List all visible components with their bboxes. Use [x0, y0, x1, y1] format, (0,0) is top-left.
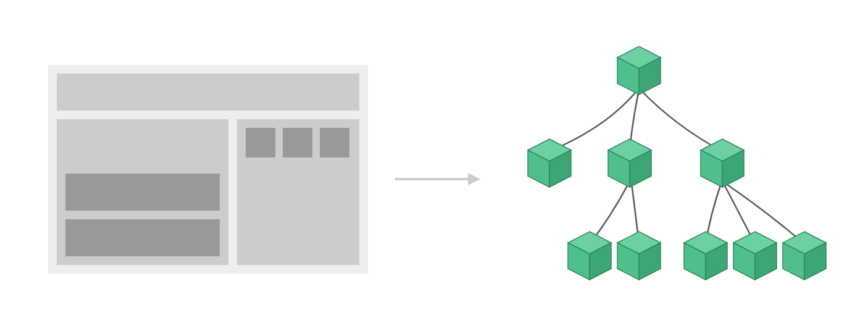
- wireframe-side-block: [246, 128, 275, 158]
- wireframe-main-block: [65, 219, 220, 256]
- tree-node: [684, 232, 727, 280]
- wireframe-side-panel: [237, 119, 359, 265]
- wireframe-main-block: [65, 174, 220, 211]
- tree-node: [528, 139, 571, 187]
- svg-marker-1: [468, 173, 480, 185]
- tree-node: [617, 232, 661, 280]
- wireframe-side-block: [320, 128, 349, 158]
- wireframe-header: [57, 74, 359, 111]
- wireframe-main-panel: [57, 119, 228, 265]
- tree-node: [568, 232, 611, 280]
- tree-node: [783, 232, 826, 280]
- tree-node: [608, 139, 651, 187]
- tree-node: [733, 232, 777, 280]
- arrow-right-icon: [395, 170, 482, 188]
- wireframe-layout: [48, 65, 368, 274]
- tree-node-root: [617, 46, 661, 94]
- tree-node: [701, 139, 744, 187]
- component-tree: [497, 46, 830, 306]
- wireframe-side-block: [283, 128, 312, 158]
- diagram-canvas: [0, 0, 868, 336]
- wireframe-body: [57, 119, 359, 265]
